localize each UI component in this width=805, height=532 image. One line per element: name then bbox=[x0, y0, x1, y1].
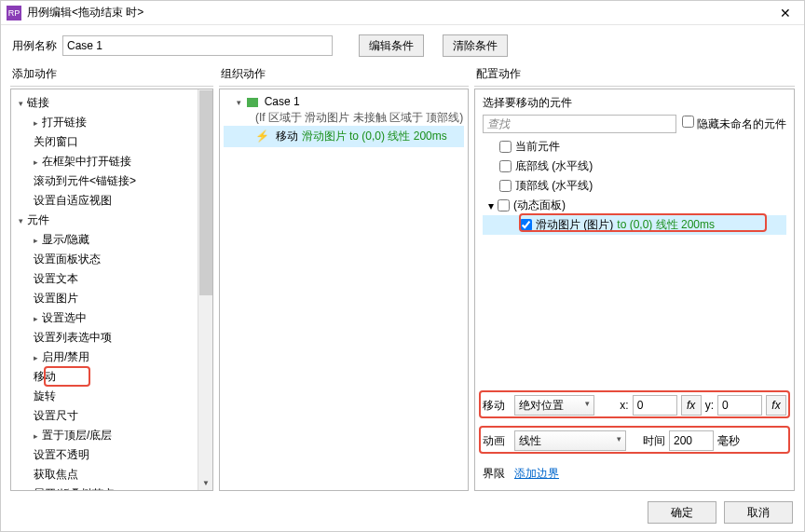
tree-item[interactable]: 置于顶层/底层 bbox=[11, 426, 212, 445]
close-icon[interactable]: ✕ bbox=[772, 4, 798, 22]
tree-item[interactable]: 关闭窗口 bbox=[11, 132, 212, 152]
tree-item[interactable]: 设置图片 bbox=[11, 289, 212, 308]
edit-condition-button[interactable]: 编辑条件 bbox=[359, 34, 424, 57]
x-input[interactable] bbox=[633, 395, 677, 416]
window-title: 用例编辑<拖动结束 时> bbox=[27, 5, 143, 20]
case-label: Case 1 bbox=[265, 95, 300, 108]
tree-item[interactable]: 滚动到元件<锚链接> bbox=[11, 171, 212, 191]
titlebar: RP 用例编辑<拖动结束 时> ✕ bbox=[1, 1, 804, 25]
configure-action-header: 配置动作 bbox=[474, 62, 795, 87]
case-icon bbox=[247, 98, 258, 107]
bounds-label: 界限 bbox=[483, 466, 511, 482]
widget-row-selected[interactable]: 滑动图片 (图片) to (0,0) 线性 200ms bbox=[483, 215, 786, 235]
tree-item[interactable]: 获取焦点 bbox=[11, 465, 212, 484]
organize-action-column: 组织动作 Case 1 (If 区域于 滑动图片 未接触 区域于 顶部线) ⚡ … bbox=[219, 62, 469, 491]
widget-row[interactable]: ▾ (动态面板) bbox=[483, 196, 786, 215]
case-name-row: 用例名称 编辑条件 清除条件 bbox=[1, 25, 804, 62]
tree-item[interactable]: 设置面板状态 bbox=[11, 250, 212, 269]
case-name-label: 用例名称 bbox=[12, 38, 57, 54]
tree-item[interactable]: 设置尺寸 bbox=[11, 406, 212, 426]
time-label: 时间 bbox=[643, 433, 665, 449]
widget-row[interactable]: 当前元件 bbox=[483, 137, 786, 157]
action-tree: 链接 打开链接 关闭窗口 在框架中打开链接 滚动到元件<锚链接> 设置自适应视图… bbox=[11, 89, 212, 491]
cancel-button[interactable]: 取消 bbox=[724, 501, 793, 524]
fx-button[interactable]: fx bbox=[766, 395, 786, 416]
ms-label: 毫秒 bbox=[717, 433, 740, 449]
case-name-input[interactable] bbox=[62, 35, 333, 56]
bolt-icon: ⚡ bbox=[255, 130, 269, 143]
tree-item[interactable]: 显示/隐藏 bbox=[11, 230, 212, 250]
action-detail: 滑动图片 to (0,0) 线性 200ms bbox=[302, 130, 447, 143]
organize-action-header: 组织动作 bbox=[219, 62, 469, 87]
tree-item[interactable]: 打开链接 bbox=[11, 113, 212, 132]
add-action-header: 添加动作 bbox=[10, 62, 213, 87]
tree-item-move[interactable]: 移动 bbox=[11, 367, 212, 387]
tree-item[interactable]: 设置文本 bbox=[11, 269, 212, 289]
tree-item[interactable]: 旋转 bbox=[11, 387, 212, 406]
tree-item[interactable]: 设置选中 bbox=[11, 308, 212, 328]
tree-cat-links[interactable]: 链接 bbox=[11, 93, 212, 113]
app-logo: RP bbox=[7, 6, 21, 20]
animate-type-select[interactable]: 线性 bbox=[514, 430, 626, 451]
add-action-panel: 链接 打开链接 关闭窗口 在框架中打开链接 滚动到元件<锚链接> 设置自适应视图… bbox=[10, 89, 213, 491]
action-node[interactable]: ⚡ 移动 滑动图片 to (0,0) 线性 200ms bbox=[224, 126, 464, 147]
time-input[interactable] bbox=[669, 430, 714, 451]
widget-checkbox[interactable] bbox=[520, 219, 532, 231]
configure-action-column: 配置动作 选择要移动的元件 隐藏未命名的元件 当前元件 底部线 (水平线) 顶部… bbox=[474, 62, 795, 491]
move-label: 移动 bbox=[483, 398, 511, 414]
scroll-thumb[interactable] bbox=[199, 90, 212, 295]
animate-row: 动画 线性 时间 毫秒 bbox=[483, 428, 786, 454]
action-prefix: 移动 bbox=[276, 130, 301, 143]
fx-button[interactable]: fx bbox=[681, 395, 702, 416]
scroll-down-icon[interactable]: ▼ bbox=[199, 477, 212, 490]
bounds-row: 界限 添加边界 bbox=[483, 463, 786, 484]
y-label: y: bbox=[705, 399, 714, 412]
widget-tree: 当前元件 底部线 (水平线) 顶部线 (水平线) ▾ (动态面板) 滑动图片 (… bbox=[483, 137, 786, 235]
clear-condition-button[interactable]: 清除条件 bbox=[443, 34, 508, 57]
y-input[interactable] bbox=[717, 395, 762, 416]
tree-item[interactable]: 启用/禁用 bbox=[11, 348, 212, 367]
ok-button[interactable]: 确定 bbox=[648, 501, 716, 524]
tree-item[interactable]: 设置列表选中项 bbox=[11, 328, 212, 348]
tree-item[interactable]: 设置自适应视图 bbox=[11, 191, 212, 211]
move-row: 移动 绝对位置 x: fx y: fx bbox=[483, 392, 786, 418]
hide-unnamed-option[interactable]: 隐藏未命名的元件 bbox=[682, 116, 786, 132]
dialog-footer: 确定 取消 bbox=[648, 501, 793, 524]
select-widget-label: 选择要移动的元件 bbox=[483, 95, 786, 111]
add-bounds-link[interactable]: 添加边界 bbox=[514, 466, 559, 482]
tree-item[interactable]: 展开/折叠树节点 bbox=[11, 484, 212, 491]
widget-row[interactable]: 底部线 (水平线) bbox=[483, 157, 786, 176]
tree-cat-widgets[interactable]: 元件 bbox=[11, 211, 212, 230]
tree-item[interactable]: 设置不透明 bbox=[11, 445, 212, 465]
organize-action-panel: Case 1 (If 区域于 滑动图片 未接触 区域于 顶部线) ⚡ 移动 滑动… bbox=[219, 89, 469, 491]
scrollbar[interactable]: ▲ ▼ bbox=[198, 89, 212, 490]
case-node[interactable]: Case 1 bbox=[224, 93, 464, 110]
tree-item[interactable]: 在框架中打开链接 bbox=[11, 152, 212, 171]
configure-action-panel: 选择要移动的元件 隐藏未命名的元件 当前元件 底部线 (水平线) 顶部线 (水平… bbox=[474, 89, 795, 491]
animate-label: 动画 bbox=[483, 433, 511, 449]
x-label: x: bbox=[620, 399, 628, 412]
hide-unnamed-checkbox[interactable] bbox=[682, 116, 694, 128]
search-input[interactable] bbox=[483, 115, 676, 133]
move-type-select[interactable]: 绝对位置 bbox=[514, 395, 594, 416]
condition-text: (If 区域于 滑动图片 未接触 区域于 顶部线) bbox=[224, 110, 464, 126]
widget-row[interactable]: 顶部线 (水平线) bbox=[483, 176, 786, 196]
add-action-column: 添加动作 链接 打开链接 关闭窗口 在框架中打开链接 滚动到元件<锚链接> 设置… bbox=[10, 62, 213, 491]
